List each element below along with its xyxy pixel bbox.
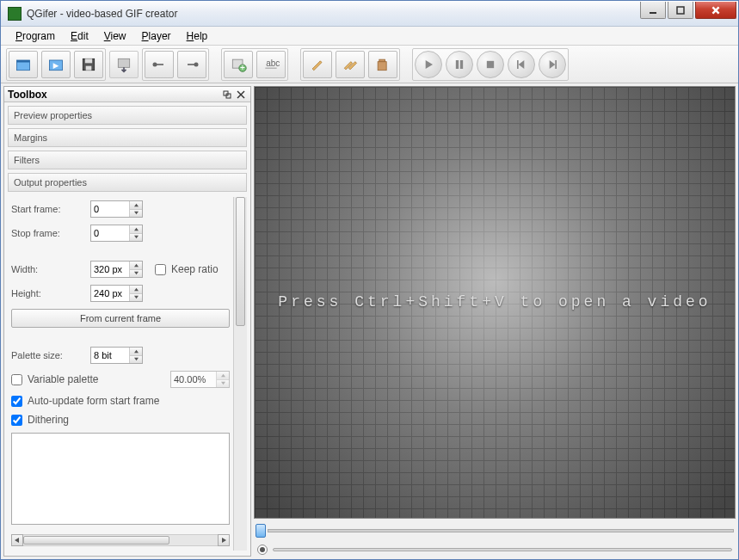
spin-up-icon[interactable] bbox=[130, 225, 142, 234]
spin-up-icon[interactable] bbox=[217, 372, 229, 380]
scroll-thumb[interactable] bbox=[23, 536, 169, 545]
open-project-button[interactable] bbox=[41, 51, 71, 78]
menu-program[interactable]: Program bbox=[8, 28, 63, 44]
minimize-button[interactable] bbox=[640, 2, 666, 19]
variable-palette-pct-input[interactable] bbox=[170, 371, 230, 388]
svg-marker-46 bbox=[221, 382, 225, 385]
section-filters[interactable]: Filters bbox=[8, 151, 247, 169]
menu-help[interactable]: Help bbox=[179, 28, 216, 44]
section-preview-properties[interactable]: Preview properties bbox=[8, 106, 247, 125]
stop-frame-label: Stop frame: bbox=[11, 228, 85, 238]
section-output-properties[interactable]: Output properties bbox=[8, 173, 247, 192]
slider-track[interactable] bbox=[268, 529, 734, 532]
start-frame-label: Start frame: bbox=[11, 204, 85, 214]
spin-down-icon[interactable] bbox=[130, 234, 142, 242]
svg-point-15 bbox=[194, 62, 199, 66]
position-track[interactable] bbox=[273, 548, 732, 551]
spin-up-icon[interactable] bbox=[130, 201, 142, 210]
open-video-button[interactable] bbox=[9, 51, 38, 78]
dithering-checkbox[interactable] bbox=[11, 415, 22, 426]
save-button[interactable] bbox=[74, 51, 103, 78]
section-margins[interactable]: Margins bbox=[8, 128, 247, 147]
spin-up-icon[interactable] bbox=[130, 348, 142, 356]
toolbox-horizontal-scrollbar[interactable] bbox=[11, 533, 230, 547]
palette-size-input[interactable] bbox=[90, 347, 143, 364]
slider-thumb[interactable] bbox=[256, 524, 266, 538]
toolbar: + abc bbox=[1, 46, 738, 83]
toolbar-group-object: + abc bbox=[221, 48, 288, 81]
svg-marker-23 bbox=[426, 60, 433, 69]
scroll-thumb[interactable] bbox=[236, 197, 245, 326]
svg-rect-5 bbox=[17, 60, 30, 63]
set-stop-frame-button[interactable] bbox=[177, 51, 206, 78]
width-label: Width: bbox=[11, 264, 85, 274]
svg-marker-37 bbox=[134, 228, 139, 231]
spin-down-icon[interactable] bbox=[217, 380, 229, 388]
toolbox-body: Preview properties Margins Filters Outpu… bbox=[4, 102, 250, 556]
keep-ratio-checkbox[interactable] bbox=[155, 264, 166, 275]
dithering-label: Dithering bbox=[28, 414, 69, 426]
play-button[interactable] bbox=[415, 51, 442, 78]
svg-marker-38 bbox=[134, 236, 139, 238]
start-frame-input[interactable] bbox=[90, 200, 143, 218]
svg-rect-26 bbox=[487, 60, 494, 67]
preview-panel: Press Ctrl+Shift+V to open a video bbox=[254, 86, 736, 557]
pause-button[interactable] bbox=[446, 51, 473, 78]
menu-edit[interactable]: Edit bbox=[63, 28, 96, 44]
menu-view[interactable]: View bbox=[96, 28, 134, 44]
height-label: Height: bbox=[11, 288, 85, 298]
spin-down-icon[interactable] bbox=[130, 270, 142, 278]
prev-frame-button[interactable] bbox=[508, 51, 535, 78]
svg-text:+: + bbox=[240, 62, 245, 71]
svg-marker-36 bbox=[134, 212, 139, 214]
stop-button[interactable] bbox=[477, 51, 504, 78]
auto-update-checkbox[interactable] bbox=[11, 396, 22, 407]
svg-marker-44 bbox=[134, 358, 139, 360]
width-input[interactable] bbox=[90, 261, 143, 278]
from-current-frame-button[interactable]: From current frame bbox=[11, 309, 230, 328]
delete-object-button[interactable] bbox=[368, 51, 397, 78]
svg-marker-41 bbox=[134, 288, 139, 291]
spin-down-icon[interactable] bbox=[130, 356, 142, 364]
insert-image-button[interactable]: + bbox=[224, 51, 253, 78]
range-slider[interactable] bbox=[254, 524, 736, 538]
variable-palette-checkbox[interactable] bbox=[11, 374, 22, 385]
spin-up-icon[interactable] bbox=[130, 286, 142, 294]
edit-multiple-button[interactable] bbox=[336, 51, 365, 78]
window-controls bbox=[640, 1, 738, 26]
menu-player[interactable]: Player bbox=[134, 28, 179, 44]
keep-ratio-label: Keep ratio bbox=[171, 263, 219, 275]
menubar: Program Edit View Player Help bbox=[1, 27, 738, 46]
scroll-left-icon[interactable] bbox=[11, 534, 23, 546]
svg-marker-39 bbox=[134, 264, 139, 267]
undock-icon[interactable] bbox=[221, 89, 233, 101]
svg-rect-30 bbox=[555, 60, 557, 69]
stop-frame-input[interactable] bbox=[90, 225, 143, 242]
toolbox-panel: Toolbox Preview properties Margins Filte… bbox=[3, 86, 251, 557]
palette-size-label: Palette size: bbox=[11, 350, 85, 360]
svg-marker-48 bbox=[222, 538, 226, 543]
toolbar-group-edit bbox=[300, 48, 400, 81]
spin-up-icon[interactable] bbox=[130, 262, 142, 270]
height-input[interactable] bbox=[90, 285, 143, 302]
insert-text-button[interactable]: abc bbox=[256, 51, 286, 78]
toolbox-vertical-scrollbar[interactable] bbox=[233, 197, 247, 551]
svg-rect-1 bbox=[677, 7, 684, 14]
close-button[interactable] bbox=[695, 2, 736, 19]
position-indicator-icon[interactable] bbox=[257, 545, 268, 555]
svg-rect-25 bbox=[460, 60, 463, 69]
svg-marker-42 bbox=[134, 296, 139, 298]
svg-marker-29 bbox=[550, 60, 556, 69]
export-gif-button[interactable] bbox=[109, 51, 139, 78]
set-start-frame-button[interactable] bbox=[145, 51, 174, 78]
spin-down-icon[interactable] bbox=[130, 210, 142, 218]
position-slider[interactable] bbox=[254, 543, 736, 557]
edit-object-button[interactable] bbox=[303, 51, 332, 78]
scroll-right-icon[interactable] bbox=[218, 534, 230, 546]
maximize-button[interactable] bbox=[668, 2, 693, 19]
spin-down-icon[interactable] bbox=[130, 294, 142, 302]
next-frame-button[interactable] bbox=[539, 51, 566, 78]
close-toolbox-icon[interactable] bbox=[235, 89, 247, 101]
toolbar-group-file bbox=[6, 48, 106, 81]
toolbar-group-player bbox=[412, 48, 569, 81]
